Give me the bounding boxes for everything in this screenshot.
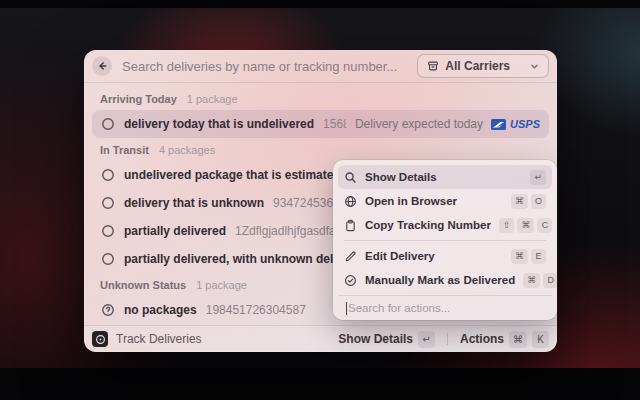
search-icon <box>344 171 357 184</box>
footer-divider <box>447 333 448 345</box>
actions-label: Actions <box>460 332 504 346</box>
cmd-keycap: ⌘ <box>511 249 528 264</box>
carrier-dropdown[interactable]: All Carriers <box>417 54 549 78</box>
section-in-transit: In Transit 4 packages <box>92 138 549 161</box>
circle-icon <box>101 196 115 210</box>
circle-icon <box>101 168 115 182</box>
delivery-title: delivery that is unknown <box>124 196 264 210</box>
actions-search-input[interactable]: Search for actions... <box>338 295 552 320</box>
circle-icon <box>101 252 115 266</box>
progress-circle-icon <box>101 117 115 131</box>
chevron-down-icon <box>530 62 539 71</box>
track-deliveries-app-icon <box>92 331 108 347</box>
menu-item-open-in-browser[interactable]: Open in Browser ⌘ O <box>338 189 552 213</box>
return-keycap: ↵ <box>418 331 435 348</box>
section-count: 1 package <box>196 279 247 291</box>
menu-item-show-details[interactable]: Show Details ↵ <box>338 165 552 189</box>
carrier-badge: USPS <box>491 118 540 130</box>
section-count: 4 packages <box>159 144 215 156</box>
pencil-icon <box>344 250 357 263</box>
menu-item-label: Copy Tracking Number <box>365 219 491 231</box>
carrier-dropdown-label: All Carriers <box>445 59 510 73</box>
cmd-keycap: ⌘ <box>511 194 528 209</box>
e-keycap: E <box>531 249 546 264</box>
cmd-keycap: ⌘ <box>517 218 534 233</box>
screen: Search deliveries by name or tracking nu… <box>0 0 640 400</box>
shift-keycap: ⇧ <box>499 218 515 233</box>
actions-button[interactable]: Actions ⌘ K <box>460 331 549 348</box>
menu-item-copy-tracking-number[interactable]: Copy Tracking Number ⇧ ⌘ C <box>338 213 552 237</box>
menu-item-label: Edit Delivery <box>365 250 503 262</box>
globe-icon <box>344 195 357 208</box>
section-title: Unknown Status <box>100 279 186 291</box>
circle-icon <box>101 224 115 238</box>
section-count: 1 package <box>187 93 238 105</box>
section-title: In Transit <box>100 144 149 156</box>
o-keycap: O <box>531 194 546 209</box>
k-keycap: K <box>532 331 549 348</box>
menu-item-label: Manually Mark as Delivered <box>365 274 515 286</box>
back-button[interactable] <box>92 56 112 76</box>
tracking-number: 156845865089045685454467 <box>323 117 346 131</box>
return-keycap: ↵ <box>530 170 546 185</box>
carrier-name: USPS <box>510 118 540 130</box>
check-circle-icon <box>344 274 357 287</box>
menu-divider <box>344 240 546 241</box>
actions-search-placeholder: Search for actions... <box>348 302 450 314</box>
section-arriving-today: Arriving Today 1 package <box>92 87 549 110</box>
raycast-window: Search deliveries by name or tracking nu… <box>84 50 557 352</box>
cmd-keycap: ⌘ <box>523 273 540 288</box>
show-details-button[interactable]: Show Details ↵ <box>338 331 435 348</box>
actions-menu: Show Details ↵ Open in Browser ⌘ O Copy … <box>333 160 557 320</box>
search-header: Search deliveries by name or tracking nu… <box>84 50 557 83</box>
text-cursor <box>346 302 347 315</box>
cmd-keycap: ⌘ <box>509 331 527 348</box>
section-title: Arriving Today <box>100 93 177 105</box>
extension-name: Track Deliveries <box>116 332 330 346</box>
package-box-icon <box>427 60 439 72</box>
delivery-title: partially delivered <box>124 224 226 238</box>
menu-item-edit-delivery[interactable]: Edit Delivery ⌘ E <box>338 244 552 268</box>
delivery-status: Delivery expected today <box>355 117 483 131</box>
action-bar: Track Deliveries Show Details ↵ Actions … <box>84 325 557 352</box>
search-input[interactable]: Search deliveries by name or tracking nu… <box>122 59 407 74</box>
list-item-delivery-today[interactable]: delivery today that is undelivered 15684… <box>92 110 549 138</box>
c-keycap: C <box>537 218 552 233</box>
delivery-title: delivery today that is undelivered <box>124 117 314 131</box>
clipboard-icon <box>344 219 357 232</box>
arrow-left-icon <box>96 60 108 72</box>
question-circle-icon <box>101 303 115 317</box>
delivery-title: no packages <box>124 303 197 317</box>
show-details-label: Show Details <box>338 332 413 346</box>
d-keycap: D <box>543 273 558 288</box>
menu-item-mark-as-delivered[interactable]: Manually Mark as Delivered ⌘ D <box>338 268 552 292</box>
menu-item-label: Show Details <box>365 171 522 183</box>
usps-logo-icon <box>491 119 506 130</box>
menu-item-label: Open in Browser <box>365 195 503 207</box>
